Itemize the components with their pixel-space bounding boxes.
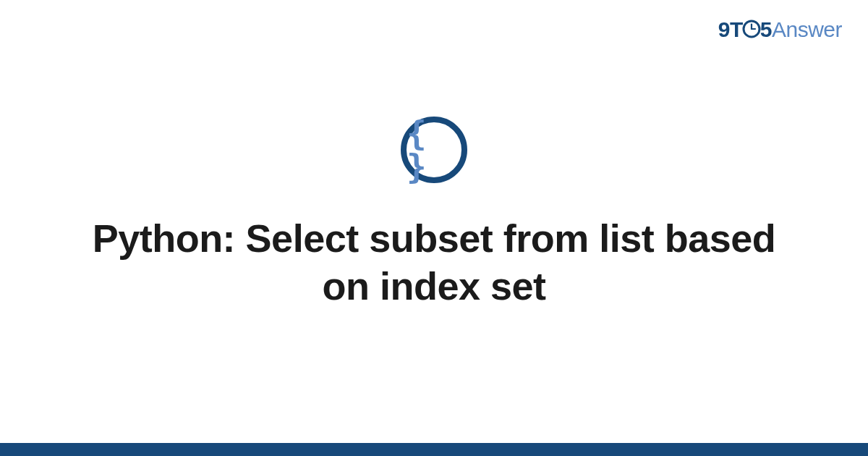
main-content: { } Python: Select subset from list base… — [0, 0, 868, 456]
topic-badge: { } — [401, 117, 467, 183]
footer-accent-bar — [0, 443, 868, 456]
page-title: Python: Select subset from list based on… — [87, 215, 781, 311]
code-braces-icon: { } — [407, 117, 461, 183]
